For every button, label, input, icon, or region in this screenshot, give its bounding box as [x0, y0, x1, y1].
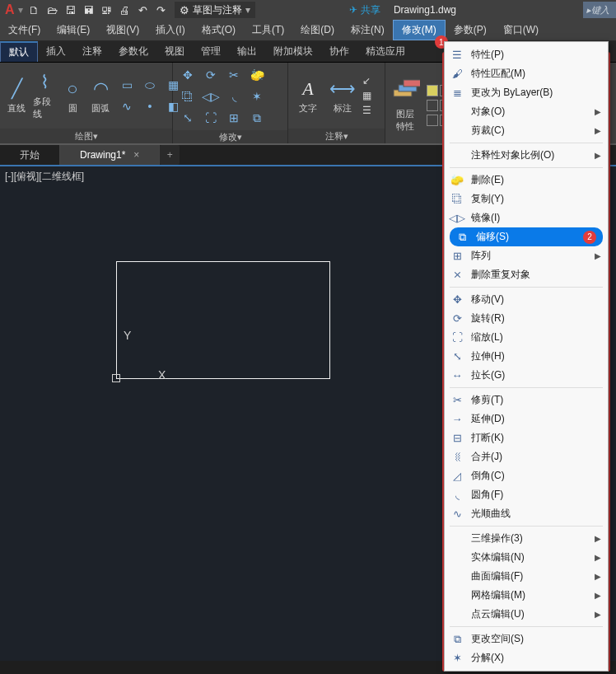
menu-dimension[interactable]: 标注(N)	[343, 20, 393, 40]
fillet-icon: ◟	[450, 489, 464, 501]
dd-stretch[interactable]: ⤡拉伸(H)	[445, 347, 608, 366]
ls7[interactable]	[427, 115, 438, 126]
new-tab-button[interactable]: +	[160, 145, 180, 165]
dd-explode[interactable]: ✶分解(X)	[445, 648, 608, 667]
arc-button[interactable]: ◠圆弧	[89, 77, 112, 115]
scale-icon[interactable]: ⛶	[201, 109, 221, 127]
menu-window[interactable]: 窗口(W)	[495, 20, 547, 40]
line-button[interactable]: ╱直线	[5, 77, 28, 115]
menu-file[interactable]: 文件(F)	[0, 20, 49, 40]
dd-clip[interactable]: 剪裁(C)▶	[445, 121, 608, 140]
ribbon-tab-collab[interactable]: 协作	[321, 41, 357, 62]
spline-icon[interactable]: ∿	[117, 97, 137, 115]
stretch-icon[interactable]: ⤡	[178, 109, 198, 127]
move-icon[interactable]: ✥	[178, 66, 198, 84]
close-icon[interactable]: ×	[133, 149, 139, 161]
ribbon-tab-default[interactable]: 默认	[0, 41, 38, 62]
text-button[interactable]: A文字	[293, 77, 323, 115]
extend-icon: →	[450, 413, 464, 425]
ribbon-tab-annot[interactable]: 注释	[74, 41, 110, 62]
dd-extend[interactable]: →延伸(D)	[445, 410, 608, 428]
dd-properties[interactable]: ☰特性(P)	[445, 45, 608, 64]
dd-overkill[interactable]: ⨯删除重复对象	[445, 265, 608, 284]
ls1[interactable]	[427, 85, 438, 96]
menu-draw[interactable]: 绘图(D)	[292, 20, 343, 40]
menu-view[interactable]: 视图(V)	[98, 20, 147, 40]
dd-break[interactable]: ⊟打断(K)	[445, 428, 608, 447]
dd-rotate[interactable]: ⟳旋转(R)	[445, 309, 608, 328]
dd-bylayer[interactable]: ≣更改为 ByLayer(B)	[445, 83, 608, 102]
dd-offset[interactable]: ⧉偏移(S)2	[450, 227, 603, 246]
dd-meshedit[interactable]: 网格编辑(M)▶	[445, 586, 608, 605]
offset-icon[interactable]: ⧉	[247, 109, 267, 127]
menu-format[interactable]: 格式(O)	[194, 20, 244, 40]
dd-3dops[interactable]: 三维操作(3)▶	[445, 529, 608, 548]
viewport-label[interactable]: [-][俯视][二维线框]	[5, 170, 84, 184]
layerprop-button[interactable]: 图层 特性	[389, 73, 422, 133]
rotate-icon[interactable]: ⟳	[201, 66, 221, 84]
save-icon[interactable]: 🖫	[64, 3, 77, 16]
dim-button[interactable]: ⟷标注	[328, 77, 357, 115]
dd-move[interactable]: ✥移动(V)	[445, 290, 608, 309]
dd-blend[interactable]: ∿光顺曲线	[445, 504, 608, 523]
open-icon[interactable]: 🗁	[46, 3, 59, 16]
dd-chspace[interactable]: ⧉更改空间(S)	[445, 630, 608, 648]
ribbon-tab-manage[interactable]: 管理	[193, 41, 229, 62]
ellipse-icon[interactable]: ⬭	[140, 76, 160, 94]
dd-scale[interactable]: ⛶缩放(L)	[445, 328, 608, 347]
explode-icon[interactable]: ✶	[247, 87, 267, 105]
menu-tools[interactable]: 工具(T)	[244, 20, 292, 40]
ribbon-tab-view[interactable]: 视图	[156, 41, 193, 62]
dd-chamfer[interactable]: ◿倒角(C)	[445, 466, 608, 485]
ribbon-tab-insert[interactable]: 插入	[38, 41, 74, 62]
dd-lengthen[interactable]: ↔拉长(G)	[445, 366, 608, 385]
saveas-icon[interactable]: 🖬	[82, 3, 96, 16]
ribbon-tab-addon[interactable]: 附加模块	[265, 41, 321, 62]
dd-mirror[interactable]: ◁▷镜像(I)	[445, 208, 608, 227]
dd-annoscale[interactable]: 注释性对象比例(O)▶	[445, 146, 608, 165]
copy-icon[interactable]: ⿻	[178, 87, 198, 105]
new-icon[interactable]: 🗋	[28, 3, 41, 16]
dd-matchprop[interactable]: 🖌特性匹配(M)	[445, 64, 608, 83]
point-icon[interactable]: •	[140, 97, 160, 115]
search-input[interactable]: ▸ 键入	[583, 2, 616, 18]
mtext-icon[interactable]: ☰	[362, 105, 371, 116]
dd-copy[interactable]: ⿻复制(Y)	[445, 190, 608, 208]
menu-param[interactable]: 参数(P)	[446, 20, 495, 40]
dd-fillet[interactable]: ◟圆角(F)	[445, 485, 608, 504]
dd-join[interactable]: ⧛合并(J)	[445, 447, 608, 466]
dd-array[interactable]: ⊞阵列▶	[445, 246, 608, 265]
leader-icon[interactable]: ↙	[362, 75, 371, 87]
tab-drawing1[interactable]: Drawing1* ×	[60, 145, 160, 165]
undo-icon[interactable]: ↶	[137, 3, 150, 16]
separator	[450, 526, 603, 527]
dd-object[interactable]: 对象(O)▶	[445, 102, 608, 121]
table-icon[interactable]: ▦	[362, 90, 371, 101]
ribbon-tab-output[interactable]: 输出	[229, 41, 265, 62]
circle-button[interactable]: ○圆	[61, 77, 84, 115]
tab-start[interactable]: 开始	[0, 145, 60, 165]
dd-erase[interactable]: 🧽删除(E)	[445, 171, 608, 190]
erase-icon[interactable]: 🧽	[247, 66, 267, 84]
menu-edit[interactable]: 编辑(E)	[49, 20, 98, 40]
fillet-icon[interactable]: ◟	[224, 87, 244, 105]
dropdown-arrow-icon[interactable]: ▾	[18, 4, 23, 16]
web-icon[interactable]: 🖳	[100, 3, 114, 16]
share-button[interactable]: ✈ 共享	[349, 3, 380, 17]
menu-modify[interactable]: 修改(M) 1	[393, 20, 446, 40]
mirror-icon[interactable]: ◁▷	[201, 87, 221, 105]
trim-icon[interactable]: ✂	[224, 66, 244, 84]
array-icon[interactable]: ⊞	[224, 109, 244, 127]
ribbon-tab-param[interactable]: 参数化	[110, 41, 156, 62]
rect-icon[interactable]: ▭	[117, 76, 137, 94]
dd-surfedit[interactable]: 曲面编辑(F)▶	[445, 567, 608, 586]
ribbon-tab-feat[interactable]: 精选应用	[357, 41, 413, 62]
menu-insert[interactable]: 插入(I)	[147, 20, 193, 40]
drawing-rectangle[interactable]	[116, 261, 330, 379]
plot-icon[interactable]: 🖨	[119, 3, 132, 16]
dd-trim[interactable]: ✂修剪(T)	[445, 391, 608, 410]
dd-pcedit[interactable]: 点云编辑(U)▶	[445, 605, 608, 624]
ls4[interactable]	[427, 100, 438, 111]
polyline-button[interactable]: ⌇多段线	[33, 71, 56, 120]
dd-solidedit[interactable]: 实体编辑(N)▶	[445, 548, 608, 567]
